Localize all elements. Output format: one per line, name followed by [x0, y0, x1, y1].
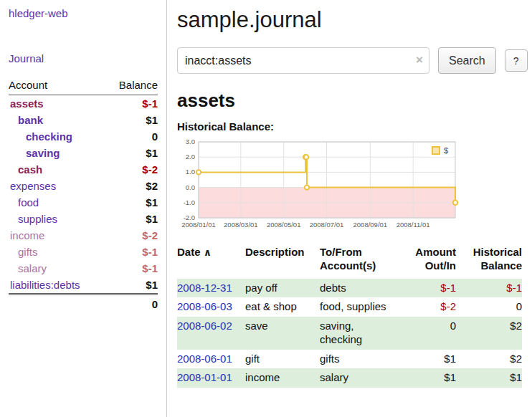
- journal-nav-link[interactable]: Journal: [9, 52, 158, 64]
- sidebar-account-balance: $1: [105, 112, 158, 128]
- clear-search-icon[interactable]: ×: [416, 53, 423, 67]
- transaction-amount: $1: [404, 368, 456, 388]
- sidebar-account-balance: $-1: [105, 244, 158, 260]
- help-button[interactable]: ?: [505, 49, 528, 72]
- accounts-header-balance: Balance: [105, 79, 158, 95]
- svg-text:2008/01/01: 2008/01/01: [181, 221, 216, 229]
- account-row: assets$-1: [9, 95, 158, 112]
- sidebar-account-balance: $2: [105, 178, 158, 194]
- sidebar-account-balance: $1: [105, 277, 158, 294]
- register-row: 2008-06-02savesaving, checking0$2: [177, 317, 522, 350]
- account-row: liabilities:debts$1: [9, 277, 158, 294]
- transaction-accounts: debts: [320, 279, 404, 298]
- col-header-accounts: To/From Account(s): [320, 246, 404, 279]
- svg-text:1.0: 1.0: [186, 168, 195, 176]
- account-row: expenses$2: [9, 178, 158, 194]
- sidebar-account-balance: $-2: [105, 161, 158, 178]
- account-row: saving$1: [9, 145, 158, 161]
- accounts-total-value: 0: [105, 294, 158, 314]
- app-title-link[interactable]: hledger-web: [9, 7, 158, 19]
- account-heading: assets: [177, 90, 528, 112]
- transaction-amount: $-1: [404, 279, 456, 298]
- transaction-description: pay off: [245, 279, 320, 298]
- transaction-date-link[interactable]: 2008-12-31: [177, 279, 245, 298]
- sidebar-account-link[interactable]: supplies: [9, 211, 105, 227]
- transaction-date-link[interactable]: 2008-01-01: [177, 368, 245, 388]
- register-table: Date ∧ Description To/From Account(s) Am…: [177, 246, 522, 388]
- account-row: salary$-1: [9, 260, 158, 277]
- search-box: ×: [177, 47, 429, 74]
- transaction-accounts: gifts: [320, 350, 404, 369]
- transaction-accounts: saving, checking: [320, 317, 404, 350]
- account-row: supplies$1: [9, 211, 158, 227]
- sidebar-account-balance: $-1: [105, 260, 158, 277]
- register-header-row: Date ∧ Description To/From Account(s) Am…: [177, 246, 522, 279]
- sidebar-account-link[interactable]: saving: [9, 145, 105, 161]
- sidebar-account-link[interactable]: gifts: [9, 244, 105, 260]
- col-header-amount: Amount Out/In: [404, 246, 456, 279]
- sidebar-account-link[interactable]: checking: [9, 128, 105, 145]
- search-row: × Search ?: [177, 47, 528, 74]
- svg-text:3.0: 3.0: [186, 138, 195, 145]
- transaction-amount: $-2: [404, 297, 456, 317]
- transaction-date-link[interactable]: 2008-06-02: [177, 317, 245, 350]
- sidebar-account-link[interactable]: income: [9, 227, 105, 244]
- search-input[interactable]: [177, 47, 429, 74]
- app-window: hledger-web Journal Account Balance asse…: [0, 0, 532, 417]
- sidebar-account-link[interactable]: bank: [9, 112, 105, 128]
- col-header-balance: Historical Balance: [456, 246, 522, 279]
- svg-text:$: $: [444, 146, 448, 155]
- sidebar-account-link[interactable]: food: [9, 194, 105, 211]
- transaction-balance: 0: [456, 297, 522, 317]
- transaction-amount: $1: [404, 350, 456, 369]
- transaction-description: eat & shop: [245, 297, 320, 317]
- transaction-accounts: food, supplies: [320, 297, 404, 317]
- chart-svg: 3.02.01.00.0-1.0-2.02008/01/012008/03/01…: [177, 138, 461, 231]
- date-header-label: Date: [177, 246, 201, 258]
- svg-text:0.0: 0.0: [186, 183, 195, 191]
- transaction-description: save: [245, 317, 320, 350]
- chart-title: Historical Balance:: [177, 120, 528, 133]
- sidebar-account-link[interactable]: liabilities:debts: [9, 277, 105, 294]
- register-row: 2008-01-01incomesalary$1$1: [177, 368, 522, 388]
- search-button[interactable]: Search: [438, 47, 496, 74]
- svg-text:2008/05/01: 2008/05/01: [267, 221, 301, 229]
- transaction-date-link[interactable]: 2008-06-01: [177, 350, 245, 369]
- account-row: income$-2: [9, 227, 158, 244]
- svg-text:-1.0: -1.0: [184, 198, 195, 206]
- sidebar-account-link[interactable]: expenses: [9, 178, 105, 194]
- svg-text:2008/07/01: 2008/07/01: [310, 221, 344, 229]
- account-row: checking0: [9, 128, 158, 145]
- account-row: cash$-2: [9, 161, 158, 178]
- sidebar-account-balance: 0: [105, 128, 158, 145]
- col-header-description: Description: [245, 246, 320, 279]
- transaction-amount: 0: [404, 317, 456, 350]
- account-row: bank$1: [9, 112, 158, 128]
- transaction-balance: $1: [456, 368, 522, 388]
- accounts-header-account: Account: [9, 79, 105, 95]
- transaction-date-link[interactable]: 2008-06-03: [177, 297, 245, 317]
- transaction-balance: $-1: [456, 279, 522, 298]
- svg-text:2008/11/01: 2008/11/01: [396, 221, 430, 229]
- sidebar-account-link[interactable]: cash: [9, 161, 105, 178]
- main-content: sample.journal × Search ? assets Histori…: [167, 0, 532, 417]
- col-header-date[interactable]: Date ∧: [177, 246, 245, 279]
- sidebar-account-balance: $1: [105, 194, 158, 211]
- historical-balance-chart: 3.02.01.00.0-1.0-2.02008/01/012008/03/01…: [177, 138, 461, 231]
- accounts-table: Account Balance assets$-1bank$1checking0…: [9, 79, 158, 313]
- accounts-total-spacer: [9, 294, 105, 314]
- register-row: 2008-12-31pay offdebts$-1$-1: [177, 279, 522, 298]
- transaction-accounts: salary: [320, 368, 404, 388]
- sidebar-account-link[interactable]: salary: [9, 260, 105, 277]
- sidebar-account-link[interactable]: assets: [9, 95, 105, 112]
- sidebar-account-balance: $-1: [105, 95, 158, 112]
- svg-text:2.0: 2.0: [186, 153, 195, 160]
- accounts-total-row: 0: [9, 294, 158, 314]
- accounts-header-row: Account Balance: [9, 79, 158, 95]
- sidebar-account-balance: $1: [105, 211, 158, 227]
- transaction-balance: $2: [456, 317, 522, 350]
- transaction-description: income: [245, 368, 320, 388]
- account-row: food$1: [9, 194, 158, 211]
- svg-text:2008/09/01: 2008/09/01: [353, 221, 388, 229]
- register-row: 2008-06-01giftgifts$1$2: [177, 350, 522, 369]
